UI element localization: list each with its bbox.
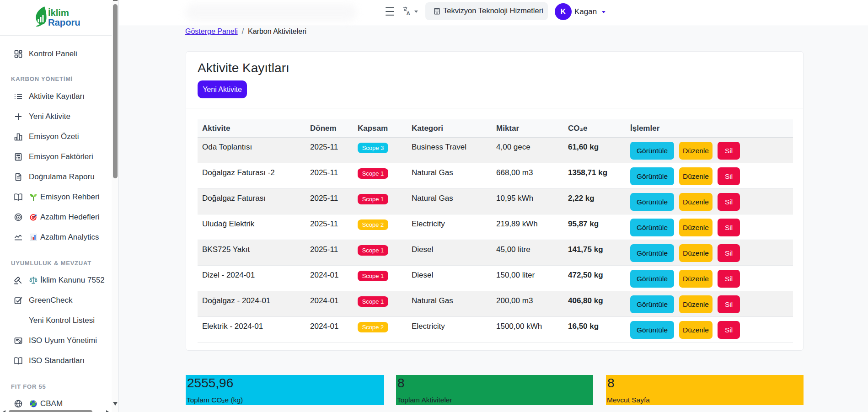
svg-text:A: A — [407, 11, 410, 16]
